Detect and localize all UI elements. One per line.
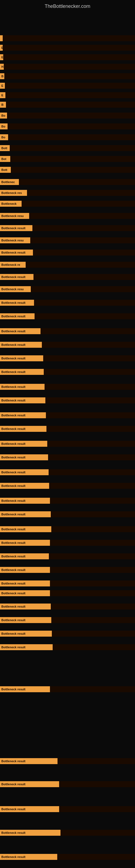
bar-item: H (0, 64, 135, 70)
bar-item: Bottleneck result (0, 498, 135, 504)
bar-background (32, 225, 135, 231)
bar-item: Bottleneck resu (0, 213, 135, 219)
bar-label: E (0, 45, 3, 51)
bar-background (45, 384, 135, 390)
bar-item: Bottleneck result (0, 781, 135, 787)
bar-item: Bottleneck result (0, 686, 135, 692)
bar-background (50, 540, 135, 546)
bar-label: Bottleneck result (0, 250, 33, 255)
bar-label: Bottleneck result (0, 854, 57, 860)
chart-area: TheBottlenecker.com EEHBEEBBoBoBoBottBot… (0, 0, 135, 868)
bar-label: Bott (0, 167, 11, 173)
bar-label: Bot (0, 156, 10, 162)
bar-item: Bottleneck result (0, 483, 135, 489)
bar-label: E (0, 83, 5, 89)
bar-item: Bottleneck result (0, 426, 135, 432)
bar-label (0, 35, 3, 41)
bar-item: Bottleneck result (0, 469, 135, 475)
bar-background (47, 441, 135, 447)
bar-item: Bottleneck result (0, 300, 135, 306)
bar-background (8, 134, 135, 140)
bar-background (4, 64, 135, 70)
bar-item: Bottleneck resu (0, 237, 135, 243)
bar-item: Bottleneck result (0, 328, 135, 334)
bar-item: Bottleneck result (0, 540, 135, 546)
bar-item: Bottleneck result (0, 454, 135, 460)
bar-label: Bottleneck result (0, 631, 52, 637)
bar-background (41, 328, 135, 334)
bar-label: Bottlenec (0, 179, 19, 185)
bar-label: Bottleneck result (0, 426, 46, 432)
bar-label: Bottleneck result (0, 498, 50, 504)
bar-item: Bottleneck result (0, 355, 135, 361)
bar-item: Bottleneck result (0, 590, 135, 596)
bar-label: Bottleneck result (0, 830, 60, 836)
bar-label: Bottleneck result (0, 590, 50, 596)
bar-background (29, 213, 135, 219)
bar-background (57, 758, 135, 764)
bar-label: Bottleneck result (0, 300, 34, 306)
bar-label: Bottleneck result (0, 454, 48, 460)
bar-label: B (0, 73, 4, 79)
bar-background (3, 35, 135, 41)
bar-background (45, 397, 135, 403)
bar-label: Bottleneck result (0, 644, 53, 650)
bar-label: Bottleneck result (0, 397, 45, 403)
bar-item: Bottleneck result (0, 511, 135, 517)
bar-item: Bo (0, 113, 135, 119)
bar-item: Bottleneck result (0, 384, 135, 390)
bar-background (49, 483, 135, 489)
bar-item: Bottleneck result (0, 397, 135, 403)
bar-label: Bottleneck result (0, 342, 42, 348)
bar-background (33, 250, 135, 255)
bar-item: E (0, 92, 135, 98)
bar-item: B (0, 102, 135, 108)
bar-item: Bottleneck (0, 201, 135, 207)
bar-background (52, 631, 135, 637)
bar-item: Bottleneck result (0, 631, 135, 637)
bar-background (50, 581, 135, 586)
bar-label: Bottleneck re (0, 262, 26, 268)
bar-item: B (0, 73, 135, 79)
bar-item: E (0, 54, 135, 60)
bar-item: Bottleneck result (0, 830, 135, 836)
bar-item: E (0, 45, 135, 51)
bar-background (5, 92, 135, 98)
bar-background (31, 286, 135, 292)
bar-background (50, 590, 135, 596)
bar-background (50, 567, 135, 573)
bar-background (50, 686, 135, 692)
bar-item (0, 35, 135, 41)
bar-label: Bottleneck (0, 201, 21, 207)
bar-item: Bottleneck result (0, 412, 135, 418)
bar-background (43, 355, 135, 361)
bar-label: Bottleneck result (0, 412, 46, 418)
bar-item: Bottleneck result (0, 617, 135, 623)
bar-item: Bottleneck result (0, 567, 135, 573)
bar-background (35, 313, 135, 319)
bar-background (53, 644, 135, 650)
bar-background (8, 123, 135, 129)
bar-background (10, 156, 135, 162)
bar-background (19, 179, 135, 185)
bar-background (57, 854, 135, 860)
bar-label: Bottleneck result (0, 225, 32, 231)
bar-label: Bottleneck result (0, 483, 49, 489)
bar-background (51, 511, 135, 517)
bar-label: Bottleneck resu (0, 286, 31, 292)
bar-item: Bottleneck result (0, 342, 135, 348)
bar-background (27, 190, 135, 196)
bar-item: Bottleneck result (0, 644, 135, 650)
bar-background (30, 237, 135, 243)
bar-label: E (0, 54, 3, 60)
bar-item: Bott (0, 145, 135, 151)
bar-label: Bottleneck result (0, 384, 45, 390)
bar-background (60, 830, 135, 836)
bar-label: Bottleneck result (0, 469, 49, 475)
bar-background (3, 54, 135, 60)
bar-item: Bottleneck result (0, 313, 135, 319)
bar-item: Bo (0, 134, 135, 140)
bar-label: Bottleneck result (0, 511, 51, 517)
bar-item: Bottleneck result (0, 250, 135, 255)
bar-label: Bottleneck result (0, 758, 57, 764)
